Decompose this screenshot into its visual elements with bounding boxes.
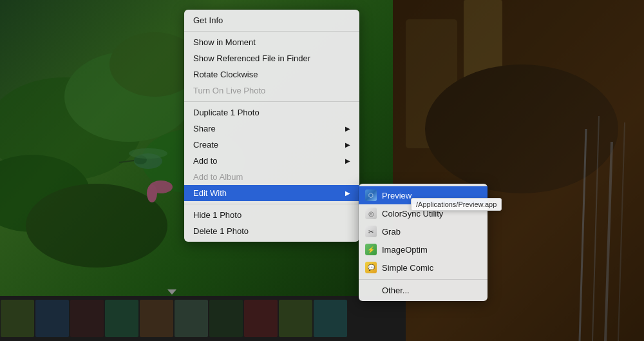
colorsync-icon — [365, 208, 377, 219]
menu-item-add-to-album: Add to Album — [184, 169, 359, 185]
submenu-item-imageoptim[interactable]: ImageOptim — [359, 240, 488, 258]
menu-label-create: Create — [193, 140, 218, 150]
menu-label-delete-photo: Delete 1 Photo — [193, 226, 249, 236]
path-tooltip-text: /Applications/Preview.app — [416, 200, 497, 208]
menu-label-edit-with: Edit With — [193, 188, 227, 198]
context-menu: Get Info Show in Moment Show Referenced … — [184, 10, 359, 242]
svg-point-4 — [26, 184, 167, 268]
menu-label-duplicate: Duplicate 1 Photo — [193, 108, 260, 117]
svg-point-8 — [129, 148, 167, 159]
menu-item-turn-on-live-photo: Turn On Live Photo — [184, 83, 359, 99]
svg-point-15 — [425, 64, 618, 193]
menu-item-get-info[interactable]: Get Info — [184, 12, 359, 28]
submenu-label-imageoptim: ImageOptim — [382, 245, 428, 255]
menu-item-rotate-clockwise[interactable]: Rotate Clockwise — [184, 66, 359, 83]
filmstrip-thumb[interactable] — [70, 300, 104, 337]
menu-item-duplicate[interactable]: Duplicate 1 Photo — [184, 104, 359, 121]
submenu-arrow-edit-with: ▶ — [345, 190, 350, 197]
menu-label-hide-photo: Hide 1 Photo — [193, 210, 242, 220]
menu-separator-1 — [184, 31, 359, 32]
imageoptim-icon — [365, 244, 377, 255]
menu-separator-3 — [184, 204, 359, 204]
menu-separator-2 — [184, 101, 359, 102]
menu-label-turn-on-live-photo: Turn On Live Photo — [193, 86, 265, 95]
grab-icon — [365, 226, 377, 237]
menu-item-delete-photo[interactable]: Delete 1 Photo — [184, 223, 359, 239]
submenu-label-preview: Preview — [382, 191, 412, 200]
submenu-item-simplecomic[interactable]: Simple Comic — [359, 258, 488, 277]
menu-item-show-referenced[interactable]: Show Referenced File in Finder — [184, 50, 359, 66]
filmstrip-thumb[interactable] — [244, 300, 278, 337]
filmstrip-thumb[interactable] — [1, 300, 34, 337]
menu-label-show-referenced: Show Referenced File in Finder — [193, 54, 310, 63]
filmstrip-thumb[interactable] — [35, 300, 69, 337]
menu-item-show-in-moment[interactable]: Show in Moment — [184, 34, 359, 50]
filmstrip-thumb[interactable] — [105, 300, 138, 337]
filmstrip[interactable] — [0, 296, 406, 341]
filmstrip-thumb[interactable] — [314, 300, 347, 337]
menu-label-add-to: Add to — [193, 156, 218, 166]
submenu-separator — [359, 279, 488, 280]
menu-label-rotate-clockwise: Rotate Clockwise — [193, 70, 258, 79]
submenu-item-grab[interactable]: Grab — [359, 222, 488, 240]
filmstrip-thumb[interactable] — [209, 300, 243, 337]
submenu-label-other: Other... — [365, 286, 410, 295]
submenu-item-other[interactable]: Other... — [359, 282, 488, 298]
menu-item-edit-with[interactable]: Edit With ▶ — [184, 185, 359, 201]
menu-item-share[interactable]: Share ▶ — [184, 121, 359, 137]
menu-item-create[interactable]: Create ▶ — [184, 137, 359, 153]
menu-label-add-to-album: Add to Album — [193, 172, 243, 182]
menu-label-show-in-moment: Show in Moment — [193, 37, 256, 47]
preview-icon — [365, 190, 377, 201]
menu-label-get-info: Get Info — [193, 15, 223, 25]
submenu-label-grab: Grab — [382, 227, 401, 237]
path-tooltip: /Applications/Preview.app — [411, 198, 502, 211]
filmstrip-thumb[interactable] — [175, 300, 208, 337]
submenu-label-simplecomic: Simple Comic — [382, 263, 433, 273]
menu-label-share: Share — [193, 124, 216, 133]
submenu-arrow-add-to: ▶ — [345, 157, 350, 164]
simplecomic-icon — [365, 262, 377, 273]
menu-item-add-to[interactable]: Add to ▶ — [184, 153, 359, 169]
menu-item-hide-photo[interactable]: Hide 1 Photo — [184, 207, 359, 223]
filmstrip-thumb[interactable] — [279, 300, 312, 337]
filmstrip-thumb[interactable] — [140, 300, 173, 337]
svg-point-11 — [147, 184, 157, 202]
submenu-arrow-create: ▶ — [345, 141, 350, 148]
submenu-arrow-share: ▶ — [345, 125, 350, 132]
filmstrip-indicator — [167, 289, 176, 295]
